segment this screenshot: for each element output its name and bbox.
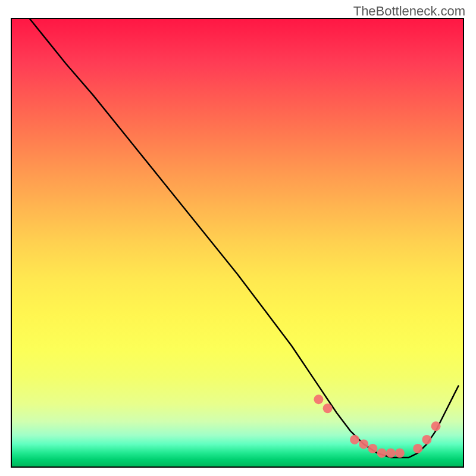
curve-marker	[323, 403, 333, 413]
curve-marker	[359, 439, 368, 449]
curve-marker	[350, 435, 359, 444]
curve-markers-group	[314, 394, 440, 458]
watermark-text: TheBottleneck.com	[353, 4, 465, 19]
curve-marker	[368, 444, 377, 453]
chart-svg	[12, 19, 463, 466]
curve-marker	[422, 435, 431, 444]
curve-marker	[395, 448, 405, 458]
curve-marker	[386, 448, 396, 458]
bottleneck-curve	[30, 19, 458, 458]
curve-marker	[431, 421, 441, 431]
curve-marker	[314, 394, 323, 404]
curve-marker	[413, 444, 422, 453]
curve-marker	[377, 448, 387, 458]
chart-plot-area	[11, 18, 464, 468]
